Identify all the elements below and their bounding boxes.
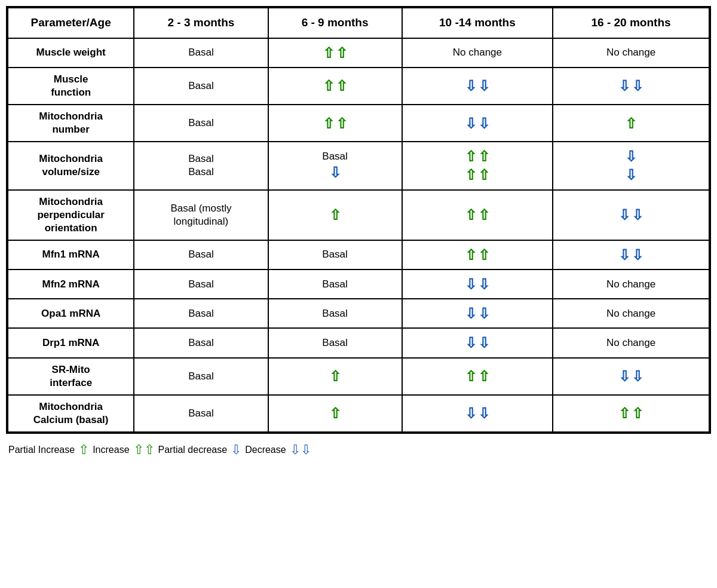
- up-arrow-icon: ⇧: [336, 44, 348, 62]
- down-arrow-icon: ⇩: [478, 114, 490, 133]
- up-arrow-icon: ⇧: [478, 166, 490, 184]
- down-arrow-icon: ⇩: [465, 404, 477, 422]
- legend: Partial Increase ⇧ Increase ⇧⇧ Partial d…: [6, 442, 711, 458]
- param-cell: Mitochondria Calcium (basal): [8, 395, 134, 432]
- down-arrow-icon: ⇩: [465, 275, 477, 293]
- table-cell: No change: [553, 328, 709, 357]
- param-cell: Mfn2 mRNA: [8, 270, 134, 299]
- table-cell: ⇧⇧: [268, 105, 402, 142]
- up-arrow-icon: ⇧: [336, 76, 348, 95]
- down-arrow-icon: ⇩: [625, 147, 637, 166]
- table-cell: ⇩⇩: [402, 328, 553, 357]
- table-cell: Basal: [134, 38, 268, 68]
- header-col4: 10 -14 months: [402, 8, 553, 38]
- table-cell: No change: [402, 38, 553, 68]
- decrease-arrows-icon: ⇩⇩: [290, 442, 311, 458]
- table-cell: Basal (mostly longitudinal): [134, 190, 268, 240]
- table-row: Mfn1 mRNABasalBasal⇧⇧⇩⇩: [8, 240, 709, 270]
- table-cell: ⇩⇩: [402, 299, 553, 328]
- table-cell: ⇧⇧: [402, 358, 553, 395]
- table-cell: ⇧: [268, 190, 402, 240]
- partial-decrease-arrow-icon: ⇩: [231, 442, 241, 458]
- down-arrow-icon: ⇩: [632, 76, 644, 95]
- param-cell: Drp1 mRNA: [8, 328, 134, 357]
- table-cell: ⇩⇩: [402, 68, 553, 105]
- table-cell: ⇧: [553, 105, 709, 142]
- down-arrow-icon: ⇩: [632, 246, 644, 264]
- table-cell: Basal: [134, 358, 268, 395]
- table-cell: ⇧: [268, 395, 402, 432]
- table-cell: ⇩⇩: [553, 190, 709, 240]
- table-row: Mitochondria volume/sizeBasalBasalBasal⇩…: [8, 142, 709, 189]
- param-cell: SR-Mito interface: [8, 358, 134, 395]
- down-arrow-icon: ⇩: [478, 333, 490, 352]
- table-cell: Basal: [268, 270, 402, 299]
- up-arrow-icon: ⇧: [632, 404, 644, 422]
- partial-decrease-label: Partial decrease: [158, 445, 228, 455]
- up-arrow-icon: ⇧: [329, 367, 341, 385]
- param-cell: Mitochondria perpendicular orientation: [8, 190, 134, 240]
- down-arrow-icon: ⇩: [632, 367, 644, 385]
- table-cell: Basal⇩: [268, 142, 402, 189]
- table-cell: ⇩⇩: [553, 68, 709, 105]
- down-arrow-icon: ⇩: [465, 76, 477, 95]
- param-cell: Muscle function: [8, 68, 134, 105]
- table-cell: ⇩⇩: [402, 395, 553, 432]
- up-arrow-icon: ⇧: [478, 147, 490, 166]
- header-param: Parameter/Age: [8, 8, 134, 38]
- down-arrow-icon: ⇩: [625, 166, 637, 184]
- up-arrow-icon: ⇧: [323, 76, 335, 95]
- down-arrow-icon: ⇩: [478, 404, 490, 422]
- up-arrow-icon: ⇧: [329, 404, 341, 422]
- header-col2: 2 - 3 months: [134, 8, 268, 38]
- table-cell: ⇩⇩: [553, 358, 709, 395]
- table-wrapper: Parameter/Age 2 - 3 months 6 - 9 months …: [6, 6, 711, 434]
- table-cell: Basal: [268, 328, 402, 357]
- up-arrow-icon: ⇧: [329, 206, 341, 224]
- table-row: Mitochondria Calcium (basal)Basal⇧⇩⇩⇧⇧: [8, 395, 709, 432]
- partial-increase-label: Partial Increase: [8, 445, 75, 455]
- param-cell: Mitochondria number: [8, 105, 134, 142]
- header-col3: 6 - 9 months: [268, 8, 402, 38]
- up-arrow-icon: ⇧: [465, 206, 477, 224]
- up-arrow-icon: ⇧: [465, 166, 477, 184]
- table-cell: ⇧⇧: [268, 68, 402, 105]
- down-arrow-icon: ⇩: [478, 304, 490, 323]
- down-arrow-icon: ⇩: [618, 76, 630, 95]
- table-row: Opa1 mRNABasalBasal⇩⇩No change: [8, 299, 709, 328]
- table-row: Drp1 mRNABasalBasal⇩⇩No change: [8, 328, 709, 357]
- down-arrow-icon: ⇩: [632, 206, 644, 224]
- table-row: Muscle weightBasal⇧⇧No changeNo change: [8, 38, 709, 68]
- up-arrow-icon: ⇧: [478, 246, 490, 264]
- up-arrow-icon: ⇧: [465, 367, 477, 385]
- header-row: Parameter/Age 2 - 3 months 6 - 9 months …: [8, 8, 709, 38]
- table-cell: ⇩⇩: [553, 240, 709, 270]
- up-arrow-icon: ⇧: [465, 246, 477, 264]
- table-cell: ⇧⇧: [402, 240, 553, 270]
- data-table: Parameter/Age 2 - 3 months 6 - 9 months …: [7, 7, 710, 433]
- table-cell: ⇩⇩: [553, 142, 709, 189]
- table-cell: Basal: [134, 68, 268, 105]
- table-cell: Basal: [268, 299, 402, 328]
- table-cell: Basal: [134, 270, 268, 299]
- table-row: Muscle functionBasal⇧⇧⇩⇩⇩⇩: [8, 68, 709, 105]
- table-cell: ⇧: [268, 358, 402, 395]
- up-arrow-icon: ⇧: [625, 114, 637, 133]
- param-cell: Opa1 mRNA: [8, 299, 134, 328]
- down-arrow-icon: ⇩: [465, 304, 477, 323]
- table-cell: BasalBasal: [134, 142, 268, 189]
- table-cell: Basal: [134, 105, 268, 142]
- down-arrow-icon: ⇩: [478, 275, 490, 293]
- down-arrow-icon: ⇩: [465, 114, 477, 133]
- param-cell: Mfn1 mRNA: [8, 240, 134, 270]
- table-cell: ⇩⇩: [402, 270, 553, 299]
- partial-increase-arrow-icon: ⇧: [78, 442, 89, 458]
- table-cell: Basal: [134, 240, 268, 270]
- table-cell: No change: [553, 299, 709, 328]
- table-row: Mfn2 mRNABasalBasal⇩⇩No change: [8, 270, 709, 299]
- table-cell: ⇧⇧: [268, 38, 402, 68]
- header-col5: 16 - 20 months: [553, 8, 709, 38]
- table-cell: Basal: [134, 395, 268, 432]
- table-cell: ⇧⇧: [553, 395, 709, 432]
- param-cell: Mitochondria volume/size: [8, 142, 134, 189]
